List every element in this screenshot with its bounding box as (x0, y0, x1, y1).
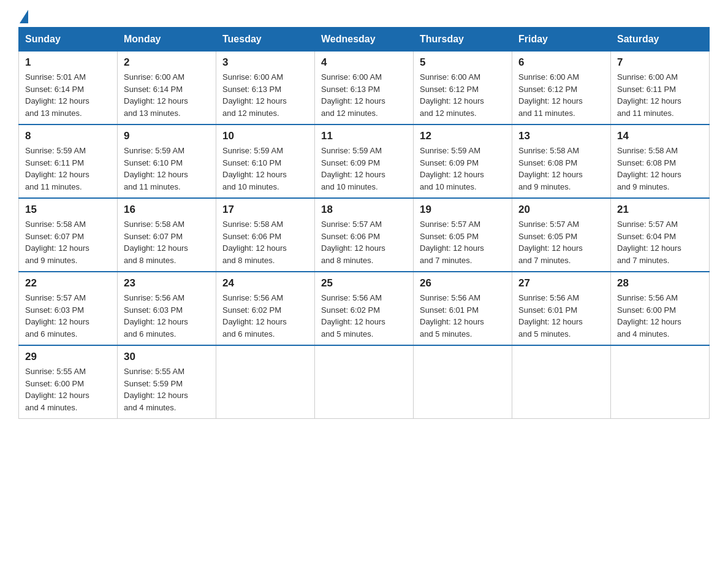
day-info: Sunrise: 5:59 AMSunset: 6:11 PMDaylight:… (25, 145, 111, 193)
table-row: 8Sunrise: 5:59 AMSunset: 6:11 PMDaylight… (19, 124, 118, 198)
day-number: 3 (222, 56, 308, 69)
table-row: 15Sunrise: 5:58 AMSunset: 6:07 PMDayligh… (19, 198, 118, 272)
table-row (512, 345, 611, 419)
day-number: 24 (222, 277, 308, 289)
day-number: 21 (617, 204, 703, 216)
table-row: 25Sunrise: 5:56 AMSunset: 6:02 PMDayligh… (315, 272, 414, 345)
day-info: Sunrise: 6:00 AMSunset: 6:13 PMDaylight:… (321, 71, 407, 119)
day-info: Sunrise: 6:00 AMSunset: 6:13 PMDaylight:… (222, 71, 308, 119)
day-info: Sunrise: 5:56 AMSunset: 6:03 PMDaylight:… (124, 292, 210, 340)
day-number: 20 (518, 204, 604, 216)
day-number: 12 (420, 130, 506, 142)
day-info: Sunrise: 5:57 AMSunset: 6:06 PMDaylight:… (321, 218, 407, 266)
table-row: 19Sunrise: 5:57 AMSunset: 6:05 PMDayligh… (414, 198, 512, 272)
table-row: 17Sunrise: 5:58 AMSunset: 6:06 PMDayligh… (216, 198, 315, 272)
day-info: Sunrise: 5:58 AMSunset: 6:07 PMDaylight:… (25, 218, 111, 266)
day-number: 7 (617, 56, 703, 69)
day-info: Sunrise: 6:00 AMSunset: 6:14 PMDaylight:… (124, 71, 210, 119)
table-row: 10Sunrise: 5:59 AMSunset: 6:10 PMDayligh… (216, 124, 315, 198)
day-number: 26 (420, 277, 506, 289)
day-info: Sunrise: 6:00 AMSunset: 6:12 PMDaylight:… (518, 71, 604, 119)
day-number: 27 (518, 277, 604, 289)
day-info: Sunrise: 5:58 AMSunset: 6:06 PMDaylight:… (222, 218, 308, 266)
table-row: 7Sunrise: 6:00 AMSunset: 6:11 PMDaylight… (611, 52, 710, 125)
day-number: 5 (420, 56, 506, 69)
day-info: Sunrise: 5:56 AMSunset: 6:01 PMDaylight:… (518, 292, 604, 340)
day-number: 8 (25, 130, 111, 142)
table-row: 4Sunrise: 6:00 AMSunset: 6:13 PMDaylight… (315, 52, 414, 125)
calendar-header-row: Sunday Monday Tuesday Wednesday Thursday… (19, 28, 710, 52)
table-row: 22Sunrise: 5:57 AMSunset: 6:03 PMDayligh… (19, 272, 118, 345)
day-number: 16 (124, 204, 210, 216)
day-number: 6 (518, 56, 604, 69)
table-row: 18Sunrise: 5:57 AMSunset: 6:06 PMDayligh… (315, 198, 414, 272)
calendar-week-row: 29Sunrise: 5:55 AMSunset: 6:00 PMDayligh… (19, 345, 710, 419)
day-number: 15 (25, 204, 111, 216)
day-number: 18 (321, 204, 407, 216)
table-row: 16Sunrise: 5:58 AMSunset: 6:07 PMDayligh… (118, 198, 216, 272)
calendar-week-row: 22Sunrise: 5:57 AMSunset: 6:03 PMDayligh… (19, 272, 710, 345)
table-row (315, 345, 414, 419)
table-row (611, 345, 710, 419)
day-info: Sunrise: 5:55 AMSunset: 6:00 PMDaylight:… (25, 366, 111, 413)
calendar-week-row: 8Sunrise: 5:59 AMSunset: 6:11 PMDaylight… (19, 124, 710, 198)
day-number: 1 (25, 56, 111, 69)
day-info: Sunrise: 6:00 AMSunset: 6:12 PMDaylight:… (420, 71, 506, 119)
day-info: Sunrise: 5:56 AMSunset: 6:02 PMDaylight:… (321, 292, 407, 340)
day-info: Sunrise: 5:56 AMSunset: 6:01 PMDaylight:… (420, 292, 506, 340)
day-number: 30 (124, 351, 210, 363)
col-friday: Friday (512, 28, 611, 52)
table-row: 29Sunrise: 5:55 AMSunset: 6:00 PMDayligh… (19, 345, 118, 419)
day-number: 4 (321, 56, 407, 69)
day-info: Sunrise: 5:56 AMSunset: 6:02 PMDaylight:… (222, 292, 308, 340)
calendar-table: Sunday Monday Tuesday Wednesday Thursday… (18, 27, 710, 419)
day-info: Sunrise: 5:57 AMSunset: 6:03 PMDaylight:… (25, 292, 111, 340)
table-row: 3Sunrise: 6:00 AMSunset: 6:13 PMDaylight… (216, 52, 315, 125)
day-number: 25 (321, 277, 407, 289)
table-row: 13Sunrise: 5:58 AMSunset: 6:08 PMDayligh… (512, 124, 611, 198)
day-info: Sunrise: 5:59 AMSunset: 6:09 PMDaylight:… (321, 145, 407, 193)
col-wednesday: Wednesday (315, 28, 414, 52)
table-row: 20Sunrise: 5:57 AMSunset: 6:05 PMDayligh… (512, 198, 611, 272)
table-row: 27Sunrise: 5:56 AMSunset: 6:01 PMDayligh… (512, 272, 611, 345)
col-tuesday: Tuesday (216, 28, 315, 52)
day-number: 22 (25, 277, 111, 289)
day-info: Sunrise: 5:56 AMSunset: 6:00 PMDaylight:… (617, 292, 703, 340)
col-thursday: Thursday (414, 28, 512, 52)
day-info: Sunrise: 5:59 AMSunset: 6:09 PMDaylight:… (420, 145, 506, 193)
table-row: 6Sunrise: 6:00 AMSunset: 6:12 PMDaylight… (512, 52, 611, 125)
day-info: Sunrise: 5:57 AMSunset: 6:04 PMDaylight:… (617, 218, 703, 266)
day-number: 23 (124, 277, 210, 289)
col-monday: Monday (118, 28, 216, 52)
day-info: Sunrise: 5:57 AMSunset: 6:05 PMDaylight:… (518, 218, 604, 266)
table-row: 12Sunrise: 5:59 AMSunset: 6:09 PMDayligh… (414, 124, 512, 198)
day-info: Sunrise: 5:58 AMSunset: 6:07 PMDaylight:… (124, 218, 210, 266)
day-info: Sunrise: 5:58 AMSunset: 6:08 PMDaylight:… (518, 145, 604, 193)
logo (18, 12, 28, 21)
table-row: 26Sunrise: 5:56 AMSunset: 6:01 PMDayligh… (414, 272, 512, 345)
table-row: 24Sunrise: 5:56 AMSunset: 6:02 PMDayligh… (216, 272, 315, 345)
table-row (216, 345, 315, 419)
table-row: 14Sunrise: 5:58 AMSunset: 6:08 PMDayligh… (611, 124, 710, 198)
col-saturday: Saturday (611, 28, 710, 52)
day-info: Sunrise: 5:59 AMSunset: 6:10 PMDaylight:… (222, 145, 308, 193)
table-row: 30Sunrise: 5:55 AMSunset: 5:59 PMDayligh… (118, 345, 216, 419)
day-info: Sunrise: 5:58 AMSunset: 6:08 PMDaylight:… (617, 145, 703, 193)
logo-triangle-icon (20, 10, 28, 23)
day-number: 2 (124, 56, 210, 69)
table-row: 2Sunrise: 6:00 AMSunset: 6:14 PMDaylight… (118, 52, 216, 125)
table-row: 28Sunrise: 5:56 AMSunset: 6:00 PMDayligh… (611, 272, 710, 345)
col-sunday: Sunday (19, 28, 118, 52)
day-number: 19 (420, 204, 506, 216)
day-number: 14 (617, 130, 703, 142)
calendar-week-row: 15Sunrise: 5:58 AMSunset: 6:07 PMDayligh… (19, 198, 710, 272)
day-info: Sunrise: 5:55 AMSunset: 5:59 PMDaylight:… (124, 366, 210, 413)
table-row (414, 345, 512, 419)
day-number: 28 (617, 277, 703, 289)
page-header (18, 12, 710, 21)
day-info: Sunrise: 6:00 AMSunset: 6:11 PMDaylight:… (617, 71, 703, 119)
table-row: 9Sunrise: 5:59 AMSunset: 6:10 PMDaylight… (118, 124, 216, 198)
calendar-week-row: 1Sunrise: 5:01 AMSunset: 6:14 PMDaylight… (19, 52, 710, 125)
table-row: 5Sunrise: 6:00 AMSunset: 6:12 PMDaylight… (414, 52, 512, 125)
table-row: 23Sunrise: 5:56 AMSunset: 6:03 PMDayligh… (118, 272, 216, 345)
